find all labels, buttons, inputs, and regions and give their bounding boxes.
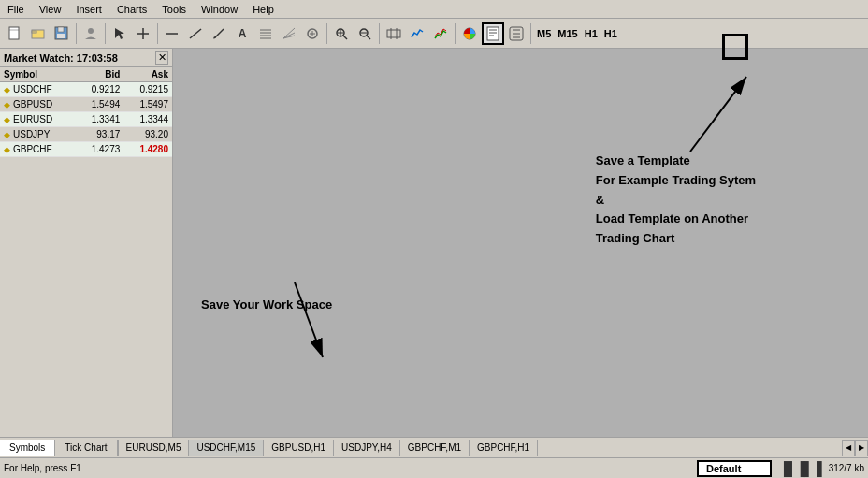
svg-rect-6 <box>57 34 65 38</box>
chart-up-button[interactable] <box>429 22 452 45</box>
chart-tab-gbpusd-h1[interactable]: GBPUSD,H1 <box>264 440 334 456</box>
svg-line-13 <box>214 29 224 38</box>
diamond-icon: ◆ <box>4 145 10 154</box>
cursor-button[interactable] <box>108 22 131 45</box>
template-button[interactable] <box>482 22 504 45</box>
menu-insert[interactable]: Insert <box>68 2 109 17</box>
profiles-button[interactable] <box>80 22 102 45</box>
save-button[interactable] <box>51 22 73 45</box>
col-ask: Ask <box>123 67 172 82</box>
statusbar: For Help, press F1 Default ▐▌▐▌▐ 312/7 k… <box>0 457 868 478</box>
trendline-button[interactable] <box>184 22 207 45</box>
m15-label[interactable]: M15 <box>555 28 580 39</box>
table-row: ◆USDJPY 93.17 93.20 <box>0 127 172 142</box>
table-row: ◆GBPCHF 1.4273 1.4280 <box>0 142 172 157</box>
scroll-left-button[interactable]: ◀ <box>842 440 855 456</box>
col-symbol: Symbol <box>0 67 76 82</box>
properties-button[interactable] <box>505 22 528 45</box>
template-annotation-line3: & <box>596 191 756 210</box>
bid-cell: 1.4273 <box>76 142 124 157</box>
chart-tab-usdchf-m15[interactable]: USDCHF,M15 <box>189 440 264 456</box>
workspace-annotation: Save Your Work Space <box>201 296 332 315</box>
svg-marker-8 <box>115 28 124 39</box>
zoom-in-button[interactable] <box>330 22 353 45</box>
chart-tab-gbpchf-m1[interactable]: GBPCHF,M1 <box>400 440 470 456</box>
ask-cell: 1.3344 <box>123 112 172 127</box>
template-annotation-line4: Load Template on Another <box>596 210 756 229</box>
draw-button[interactable] <box>208 22 230 45</box>
svg-rect-36 <box>487 27 499 40</box>
fibonacci-button[interactable] <box>254 22 277 45</box>
menu-charts[interactable]: Charts <box>109 2 154 17</box>
table-row: ◆GBPUSD 1.5494 1.5497 <box>0 97 172 112</box>
template-annotation: Save a Template For Example Trading Syte… <box>596 152 756 249</box>
new-chart-button[interactable] <box>4 22 26 45</box>
symbol-cell: ◆EURUSD <box>0 112 76 127</box>
status-right: ▐▌▐▌▐ 312/7 kb <box>779 461 864 476</box>
scroll-right-button[interactable]: ▶ <box>855 440 868 456</box>
diamond-icon: ◆ <box>4 100 10 109</box>
symbol-cell: ◆GBPUSD <box>0 97 76 112</box>
hline-button[interactable] <box>161 22 183 45</box>
h1b-label[interactable]: H1 <box>601 28 620 39</box>
diamond-icon: ◆ <box>4 130 10 139</box>
m5-label[interactable]: M5 <box>534 28 554 39</box>
ask-cell: 93.20 <box>123 127 172 142</box>
market-watch-close[interactable]: ✕ <box>155 51 168 65</box>
market-watch-title: Market Watch: 17:03:58 <box>4 52 118 64</box>
menu-file[interactable]: File <box>0 2 32 17</box>
workspace-annotation-text: Save Your Work Space <box>201 296 332 315</box>
color-theme-button[interactable] <box>458 22 481 45</box>
symbol-cell: ◆USDJPY <box>0 127 76 142</box>
svg-line-45 <box>690 77 746 152</box>
svg-line-47 <box>295 282 323 357</box>
tab-tick-chart[interactable]: Tick Chart <box>55 440 117 456</box>
indicators-button[interactable] <box>406 22 428 45</box>
svg-line-12 <box>190 29 201 38</box>
menubar: File View Insert Charts Tools Window Hel… <box>0 0 868 19</box>
chart-scroll-button[interactable] <box>383 22 405 45</box>
bid-cell: 0.9212 <box>76 82 124 97</box>
diamond-icon: ◆ <box>4 85 10 94</box>
ask-cell: 0.9215 <box>123 82 172 97</box>
crosshair-button[interactable] <box>132 22 154 45</box>
bid-cell: 1.5494 <box>76 97 124 112</box>
market-watch-panel: Market Watch: 17:03:58 ✕ Symbol Bid Ask … <box>0 49 173 437</box>
col-bid: Bid <box>76 67 124 82</box>
diamond-icon: ◆ <box>4 115 10 124</box>
status-bars-icon: ▐▌▐▌▐ <box>779 461 821 476</box>
zoom-out-button[interactable] <box>354 22 376 45</box>
chart-tabs: EURUSD,M5 USDCHF,M15 GBPUSD,H1 USDJPY,H4… <box>119 440 842 456</box>
ask-cell: 1.5497 <box>123 97 172 112</box>
tab-symbols[interactable]: Symbols <box>0 440 55 456</box>
tools-extra-button[interactable] <box>301 22 324 45</box>
svg-rect-3 <box>32 31 36 33</box>
symbol-cell: ◆USDCHF <box>0 82 76 97</box>
h1-label[interactable]: H1 <box>582 28 600 39</box>
menu-help[interactable]: Help <box>245 2 282 17</box>
menu-tools[interactable]: Tools <box>154 2 194 17</box>
template-annotation-line5: Trading Chart <box>596 229 756 249</box>
chart-tab-usdjpy-h4[interactable]: USDJPY,H4 <box>334 440 400 456</box>
market-watch-header: Market Watch: 17:03:58 ✕ <box>0 49 172 67</box>
svg-rect-0 <box>9 27 19 39</box>
open-button[interactable] <box>27 22 50 45</box>
template-highlight-box <box>722 49 748 60</box>
chart-tab-eurusd-m5[interactable]: EURUSD,M5 <box>119 440 190 456</box>
bid-cell: 1.3341 <box>76 112 124 127</box>
text-button[interactable]: A <box>231 22 253 45</box>
svg-rect-32 <box>387 30 400 37</box>
svg-line-26 <box>343 36 347 39</box>
ask-cell: 1.4280 <box>123 142 172 157</box>
chart-tab-scroll: ◀ ▶ <box>842 440 868 456</box>
menu-window[interactable]: Window <box>194 2 245 17</box>
bid-cell: 93.17 <box>76 127 124 142</box>
gann-button[interactable] <box>278 22 300 45</box>
help-text: For Help, press F1 <box>4 463 689 473</box>
workspace-label: Default <box>697 460 772 477</box>
menu-view[interactable]: View <box>32 2 69 17</box>
svg-line-30 <box>367 36 370 39</box>
bottom-tabs-container: Symbols Tick Chart EURUSD,M5 USDCHF,M15 … <box>0 437 868 457</box>
status-size: 312/7 kb <box>829 463 864 473</box>
chart-tab-gbpchf-h1[interactable]: GBPCHF,H1 <box>470 440 538 456</box>
